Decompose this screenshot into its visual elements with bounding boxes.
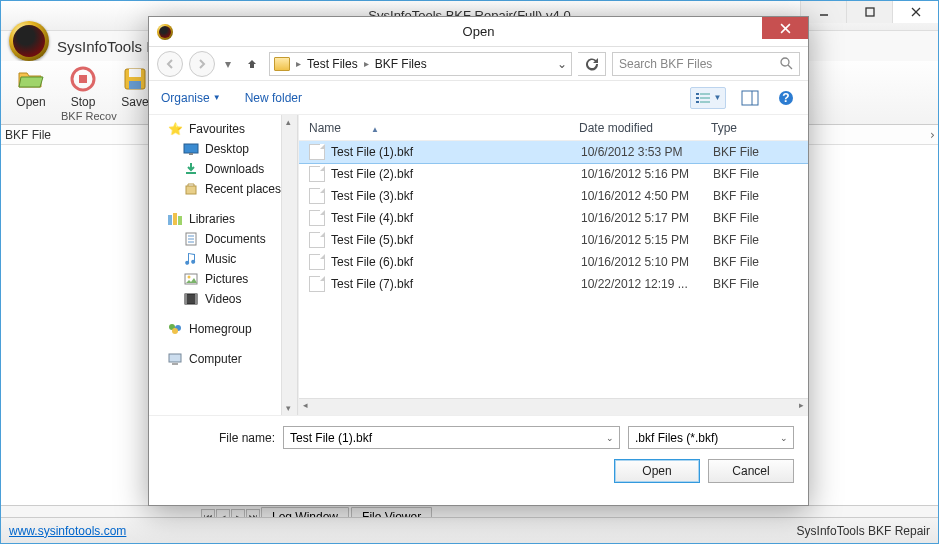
homegroup-icon (167, 321, 183, 337)
help-button[interactable]: ? (774, 87, 798, 109)
breadcrumb-sep-icon: ▸ (296, 58, 301, 69)
open-button[interactable]: Open▼ (614, 459, 700, 483)
svg-rect-17 (696, 101, 699, 103)
address-dropdown-icon[interactable]: ⌄ (557, 57, 567, 71)
sidebar-item-downloads[interactable]: Downloads (149, 159, 298, 179)
svg-rect-23 (184, 144, 198, 153)
file-row[interactable]: Test File (1).bkf 10/6/2012 3:53 PM BKF … (299, 141, 808, 163)
file-row[interactable]: Test File (3).bkf 10/16/2012 4:50 PM BKF… (299, 185, 808, 207)
file-type: BKF File (713, 233, 803, 247)
organise-menu[interactable]: Organise ▼ (161, 91, 221, 105)
file-name: Test File (5).bkf (331, 233, 581, 247)
file-icon (309, 210, 325, 226)
column-name[interactable]: Name▲ (309, 121, 579, 135)
file-row[interactable]: Test File (4).bkf 10/16/2012 5:17 PM BKF… (299, 207, 808, 229)
refresh-button[interactable] (578, 52, 606, 76)
column-type[interactable]: Type (711, 121, 801, 135)
sidebar-item-desktop[interactable]: Desktop (149, 139, 298, 159)
new-folder-button[interactable]: New folder (245, 91, 302, 105)
file-type: BKF File (713, 277, 803, 291)
status-right-text: SysInfoTools BKF Repair (797, 524, 930, 538)
file-row[interactable]: Test File (6).bkf 10/16/2012 5:10 PM BKF… (299, 251, 808, 273)
folder-icon (274, 57, 290, 71)
dialog-footer: File name: Test File (1).bkf⌄ .bkf Files… (149, 415, 808, 497)
svg-rect-5 (79, 75, 87, 83)
libraries-icon (167, 211, 183, 227)
file-type: BKF File (713, 167, 803, 181)
ribbon-open-label: Open (16, 95, 45, 109)
nav-up-button[interactable] (241, 53, 263, 75)
window-controls (800, 1, 938, 23)
file-name: Test File (4).bkf (331, 211, 581, 225)
sidebar-favourites-header[interactable]: ⭐Favourites (149, 119, 298, 139)
folder-open-icon (17, 65, 45, 93)
svg-point-40 (172, 328, 178, 334)
breadcrumb-2[interactable]: BKF Files (375, 57, 427, 71)
ribbon-open-button[interactable]: Open (11, 65, 51, 124)
file-type: BKF File (713, 255, 803, 269)
sidebar-homegroup-header[interactable]: Homegroup (149, 319, 298, 339)
svg-text:?: ? (782, 91, 789, 105)
file-row[interactable]: Test File (2).bkf 10/16/2012 5:16 PM BKF… (299, 163, 808, 185)
address-bar[interactable]: ▸ Test Files ▸ BKF Files ⌄ (269, 52, 572, 76)
file-name: Test File (1).bkf (331, 145, 581, 159)
sidebar: ⭐Favourites Desktop Downloads Recent pla… (149, 115, 299, 415)
ribbon-group-label: BKF Recov (61, 110, 117, 122)
file-name: Test File (3).bkf (331, 189, 581, 203)
sidebar-item-recent[interactable]: Recent places (149, 179, 298, 199)
file-type: BKF File (713, 145, 803, 159)
downloads-icon (183, 161, 199, 177)
nav-forward-button[interactable] (189, 51, 215, 77)
preview-pane-button[interactable] (738, 87, 762, 109)
file-date: 10/16/2012 5:15 PM (581, 233, 713, 247)
file-date: 10/16/2012 5:16 PM (581, 167, 713, 181)
cancel-button[interactable]: Cancel (708, 459, 794, 483)
file-name: Test File (7).bkf (331, 277, 581, 291)
svg-rect-13 (696, 93, 699, 95)
sidebar-item-music[interactable]: Music (149, 249, 298, 269)
sidebar-item-documents[interactable]: Documents (149, 229, 298, 249)
stop-icon (69, 65, 97, 93)
sidebar-item-videos[interactable]: Videos (149, 289, 298, 309)
dialog-close-button[interactable] (762, 17, 808, 39)
file-date: 10/16/2012 4:50 PM (581, 189, 713, 203)
save-icon (121, 65, 149, 93)
file-rows: Test File (1).bkf 10/6/2012 3:53 PM BKF … (299, 141, 808, 398)
file-row[interactable]: Test File (7).bkf 10/22/2012 12:19 ... B… (299, 273, 808, 295)
close-button[interactable] (892, 1, 938, 23)
panel-title: BKF File (5, 128, 51, 142)
nav-history-dropdown[interactable]: ▾ (221, 57, 235, 71)
chevron-down-icon: ⌄ (606, 433, 614, 443)
svg-rect-28 (178, 216, 182, 225)
file-type: BKF File (713, 189, 803, 203)
filename-input[interactable]: Test File (1).bkf⌄ (283, 426, 620, 449)
documents-icon (183, 231, 199, 247)
svg-rect-24 (189, 153, 193, 155)
column-date[interactable]: Date modified (579, 121, 711, 135)
nav-back-button[interactable] (157, 51, 183, 77)
brand-text: SysInfoTools I (57, 38, 150, 55)
file-date: 10/16/2012 5:17 PM (581, 211, 713, 225)
sidebar-scrollbar[interactable] (281, 115, 298, 415)
maximize-button[interactable] (846, 1, 892, 23)
ribbon-stop-label: Stop (71, 95, 96, 109)
statusbar: www.sysinfotools.com SysInfoTools BKF Re… (1, 517, 938, 543)
search-input[interactable]: Search BKF Files (612, 52, 800, 76)
file-row[interactable]: Test File (5).bkf 10/16/2012 5:15 PM BKF… (299, 229, 808, 251)
sidebar-computer-header[interactable]: Computer (149, 349, 298, 369)
svg-rect-8 (129, 81, 141, 89)
svg-point-11 (781, 58, 789, 66)
search-placeholder: Search BKF Files (619, 57, 712, 71)
filter-select[interactable]: .bkf Files (*.bkf)⌄ (628, 426, 794, 449)
file-date: 10/6/2012 3:53 PM (581, 145, 713, 159)
sidebar-libraries-header[interactable]: Libraries (149, 209, 298, 229)
file-icon (309, 276, 325, 292)
breadcrumb-1[interactable]: Test Files (307, 57, 358, 71)
view-mode-button[interactable]: ▼ (690, 87, 726, 109)
horizontal-scrollbar[interactable] (299, 398, 808, 415)
svg-rect-19 (742, 91, 758, 105)
panel-scroll-right-icon[interactable]: › (929, 128, 936, 142)
status-link[interactable]: www.sysinfotools.com (9, 524, 126, 538)
star-icon: ⭐ (167, 121, 183, 137)
sidebar-item-pictures[interactable]: Pictures (149, 269, 298, 289)
